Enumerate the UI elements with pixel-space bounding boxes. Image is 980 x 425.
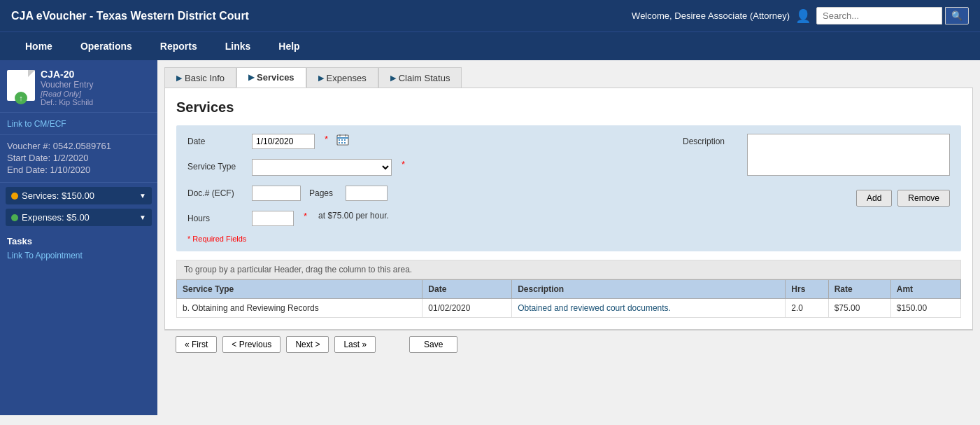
services-section-left: Services: $150.00	[11, 190, 94, 201]
col-description: Description	[512, 280, 786, 299]
form-row-doc: Doc.# (ECF) Pages	[187, 186, 669, 201]
pages-label: Pages	[309, 186, 337, 198]
sidebar-doc-header: ↑ CJA-20 Voucher Entry [Read Only] Def.:…	[0, 60, 157, 113]
date-input[interactable]	[252, 134, 315, 149]
doc-ecf-input[interactable]	[252, 186, 301, 201]
nav-reports[interactable]: Reports	[146, 32, 211, 60]
first-button[interactable]: « First	[176, 336, 217, 353]
col-date: Date	[422, 280, 512, 299]
tab-claim-status-label: Claim Status	[399, 73, 450, 83]
expenses-section-left: Expenses: $5.00	[11, 212, 90, 223]
services-dot	[11, 193, 18, 200]
service-type-required-star: *	[402, 159, 405, 169]
description-textarea[interactable]	[747, 134, 950, 176]
pages-input[interactable]	[346, 186, 388, 201]
table-row: b. Obtaining and Reviewing Records 01/02…	[177, 299, 961, 318]
form-row-date: Date *	[187, 134, 669, 149]
end-date: End Date: 1/10/2020	[7, 165, 150, 175]
start-date: Start Date: 1/2/2020	[7, 153, 150, 163]
cell-rate: $75.00	[828, 299, 890, 318]
tab-basic-info-label: Basic Info	[185, 73, 225, 83]
last-button[interactable]: Last »	[334, 336, 376, 353]
doc-def: Def.: Kip Schild	[41, 98, 150, 106]
search-input[interactable]	[816, 7, 942, 25]
cell-service-type: b. Obtaining and Reviewing Records	[177, 299, 422, 318]
form-row-service-type: Service Type *	[187, 159, 669, 176]
services-panel: Services Date *	[164, 88, 973, 330]
tab-expenses-label: Expenses	[327, 73, 367, 83]
col-service-type: Service Type	[177, 280, 422, 299]
doc-icon: ↑	[7, 70, 35, 101]
expenses-amount-label: Expenses: $5.00	[22, 212, 90, 223]
search-bar: 🔍	[816, 7, 969, 25]
search-button[interactable]: 🔍	[945, 7, 969, 25]
calendar-icon[interactable]	[336, 134, 349, 148]
previous-button[interactable]: < Previous	[222, 336, 280, 353]
footer-bar: « First < Previous Next > Last » Save	[164, 330, 973, 358]
services-section-header[interactable]: Services: $150.00 ▼	[6, 187, 152, 204]
sidebar-services-section: Services: $150.00 ▼	[6, 187, 152, 204]
nav-help[interactable]: Help	[264, 32, 313, 60]
cell-amt: $150.00	[890, 299, 960, 318]
save-button[interactable]: Save	[409, 336, 457, 353]
remove-button[interactable]: Remove	[897, 190, 950, 207]
svg-rect-7	[339, 142, 340, 144]
tabs-bar: ▶ Basic Info ▶ Services ▶ Expenses ▶ Cla…	[164, 67, 973, 88]
service-type-select[interactable]	[252, 159, 392, 176]
hours-required-star: *	[304, 211, 307, 221]
tab-claim-status[interactable]: ▶ Claim Status	[378, 67, 462, 88]
tab-services[interactable]: ▶ Services	[236, 67, 306, 88]
tab-services-arrow: ▶	[248, 73, 254, 82]
tab-basic-info-arrow: ▶	[176, 74, 182, 83]
form-right: Description Add Remove	[683, 134, 950, 232]
next-button[interactable]: Next >	[286, 336, 329, 353]
hours-input[interactable]	[252, 211, 294, 226]
add-button[interactable]: Add	[856, 190, 892, 207]
sidebar-tasks: Tasks Link To Appointment	[0, 230, 157, 266]
link-appointment[interactable]: Link To Appointment	[7, 251, 83, 260]
nav-links[interactable]: Links	[211, 32, 265, 60]
services-amount-label: Services: $150.00	[22, 190, 94, 201]
link-cmecf[interactable]: Link to CM/ECF	[7, 119, 66, 129]
cell-date: 01/02/2020	[422, 299, 512, 318]
service-type-label: Service Type	[187, 159, 243, 172]
svg-rect-6	[344, 139, 346, 141]
tab-claim-status-arrow: ▶	[390, 74, 396, 83]
tab-expenses-arrow: ▶	[318, 74, 324, 83]
doc-ecf-label: Doc.# (ECF)	[187, 186, 243, 198]
cell-description: Obtained and reviewed court documents.	[512, 299, 786, 318]
sidebar-link-cmecf: Link to CM/ECF	[0, 113, 157, 135]
services-table: Service Type Date Description Hrs Rate A…	[176, 279, 961, 318]
form-row-description: Description	[683, 134, 950, 176]
svg-rect-5	[341, 139, 343, 141]
tasks-title: Tasks	[7, 236, 150, 246]
user-label: Welcome, Desiree Associate (Attorney)	[632, 11, 790, 21]
services-form-area: Date *	[176, 125, 961, 251]
required-note: * Required Fields	[187, 235, 950, 243]
form-left: Date *	[187, 134, 669, 232]
content-area: ▶ Basic Info ▶ Services ▶ Expenses ▶ Cla…	[157, 60, 980, 415]
expenses-section-header[interactable]: Expenses: $5.00 ▼	[6, 209, 152, 226]
tab-expenses[interactable]: ▶ Expenses	[306, 67, 378, 88]
svg-rect-4	[339, 139, 340, 141]
nav-home[interactable]: Home	[11, 32, 66, 60]
group-message: To group by a particular Header, drag th…	[176, 260, 961, 279]
description-label: Description	[683, 134, 739, 146]
nav-operations[interactable]: Operations	[66, 32, 146, 60]
services-panel-title: Services	[176, 99, 961, 116]
hours-label: Hours	[187, 211, 243, 223]
doc-type-label: CJA-20	[41, 69, 150, 80]
form-row-hours: Hours * at $75.00 per hour.	[187, 211, 669, 226]
user-info: Welcome, Desiree Associate (Attorney) 👤 …	[632, 7, 969, 25]
tab-basic-info[interactable]: ▶ Basic Info	[164, 67, 236, 88]
expenses-chevron-icon: ▼	[139, 214, 146, 221]
rate-text: at $75.00 per hour.	[318, 211, 389, 221]
doc-info: CJA-20 Voucher Entry [Read Only] Def.: K…	[41, 69, 150, 106]
app-title: CJA eVoucher - Texas Western District Co…	[11, 10, 249, 22]
doc-label: Voucher Entry	[41, 80, 150, 90]
date-label: Date	[187, 134, 243, 146]
user-icon: 👤	[795, 8, 811, 24]
expenses-dot	[11, 214, 18, 221]
col-amt: Amt	[890, 280, 960, 299]
col-hrs: Hrs	[786, 280, 828, 299]
